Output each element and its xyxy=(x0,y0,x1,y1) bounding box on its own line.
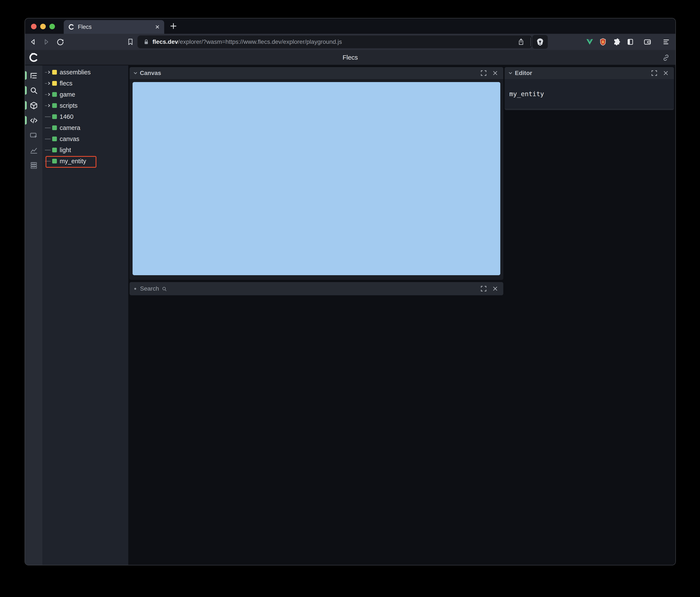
new-tab-button[interactable] xyxy=(168,21,179,31)
canvas-panel-header[interactable]: Canvas xyxy=(130,67,503,79)
tree-connector xyxy=(45,161,52,161)
zoom-window-button[interactable] xyxy=(49,24,55,29)
reload-icon[interactable] xyxy=(56,38,64,46)
tree-item[interactable]: light xyxy=(42,145,128,156)
expand-icon[interactable] xyxy=(45,94,52,96)
memory-icon[interactable] xyxy=(30,161,38,170)
fullscreen-icon[interactable] xyxy=(480,70,487,77)
expand-icon[interactable] xyxy=(45,82,52,84)
entity-color-square xyxy=(52,159,57,163)
brave-shield-button[interactable] xyxy=(532,35,548,49)
entity-color-square xyxy=(52,148,57,152)
active-indicator-canvas xyxy=(25,101,27,110)
tab-close-icon[interactable] xyxy=(155,24,160,29)
url-host: flecs.dev xyxy=(152,38,178,45)
app-header: Flecs xyxy=(25,50,675,66)
content: assemblies flecs game scripts xyxy=(25,66,675,565)
inspect-icon[interactable] xyxy=(30,131,38,139)
icon-rail xyxy=(25,66,42,565)
tree-item[interactable]: flecs xyxy=(42,78,128,89)
fullscreen-icon[interactable] xyxy=(480,285,487,292)
share-icon[interactable] xyxy=(518,38,525,46)
editor-code-text[interactable]: my_entity xyxy=(509,90,544,98)
tree-item-label[interactable]: canvas xyxy=(60,135,79,142)
tree-item-label[interactable]: scripts xyxy=(60,102,78,109)
tree-connector xyxy=(45,139,52,139)
tree-item-label[interactable]: game xyxy=(60,91,75,98)
tree-item-label[interactable]: light xyxy=(60,147,71,154)
search-icon xyxy=(161,286,167,292)
expand-icon[interactable] xyxy=(45,71,52,73)
forward-icon[interactable] xyxy=(42,38,50,46)
link-icon[interactable] xyxy=(662,53,670,62)
fullscreen-icon[interactable] xyxy=(651,70,658,77)
tab-title: Flecs xyxy=(78,24,155,30)
search-panel: Search xyxy=(130,282,503,295)
entity-color-square xyxy=(52,103,57,108)
close-icon[interactable] xyxy=(492,70,499,77)
close-icon[interactable] xyxy=(662,70,669,77)
editor-panel-header[interactable]: Editor xyxy=(505,67,674,79)
tree-connector xyxy=(45,116,52,117)
page-title: Flecs xyxy=(25,54,675,61)
browser-tab[interactable]: Flecs xyxy=(64,20,164,34)
url-bar[interactable]: flecs.dev/explorer/?wasm=https://www.fle… xyxy=(138,35,532,48)
bookmark-icon[interactable] xyxy=(127,38,134,46)
tab-bar: Flecs xyxy=(25,18,675,34)
lock-icon xyxy=(143,39,149,45)
tree-item-my-entity[interactable]: my_entity xyxy=(42,156,128,167)
query-search-icon[interactable] xyxy=(30,86,38,95)
canvas-panel-title: Canvas xyxy=(140,70,161,77)
expand-icon[interactable] xyxy=(45,104,52,107)
url-text: flecs.dev/explorer/?wasm=https://www.fle… xyxy=(152,38,342,45)
url-path: /explorer/?wasm=https://www.flecs.dev/ex… xyxy=(178,38,342,45)
brave-lion-icon xyxy=(536,37,544,46)
code-editor-icon[interactable] xyxy=(30,116,38,125)
tree-item[interactable]: canvas xyxy=(42,133,128,145)
canvas-panel-body xyxy=(130,79,503,280)
tree-connector xyxy=(45,150,52,150)
tree-item[interactable]: scripts xyxy=(42,100,128,111)
tree-item[interactable]: game xyxy=(42,89,128,100)
chevron-down-icon[interactable] xyxy=(134,71,137,74)
active-indicator-tree xyxy=(25,71,27,80)
entity-color-square xyxy=(52,70,57,75)
tree-item-label[interactable]: assemblies xyxy=(60,69,91,76)
close-icon[interactable] xyxy=(492,285,499,292)
flecs-explorer-page: Flecs xyxy=(25,50,675,565)
tree-item[interactable]: camera xyxy=(42,122,128,133)
tree-item-label[interactable]: camera xyxy=(60,124,80,131)
tree-item[interactable]: 1460 xyxy=(42,111,128,122)
close-window-button[interactable] xyxy=(31,24,36,29)
back-icon[interactable] xyxy=(29,38,37,46)
tree-connector xyxy=(45,128,52,128)
tree-item-label[interactable]: 1460 xyxy=(60,113,74,120)
entity-color-square xyxy=(52,114,57,119)
editor-content[interactable]: my_entity xyxy=(505,79,674,109)
wallet-icon[interactable] xyxy=(644,38,651,46)
collapsed-bullet-icon[interactable] xyxy=(134,288,136,290)
chevron-down-icon[interactable] xyxy=(509,71,512,74)
entity-tree-panel: assemblies flecs game scripts xyxy=(42,66,128,565)
toolbar-divider xyxy=(530,37,531,46)
menu-icon[interactable] xyxy=(662,38,670,46)
render-viewport[interactable] xyxy=(132,82,500,275)
canvas-cube-icon[interactable] xyxy=(30,102,38,110)
minimize-window-button[interactable] xyxy=(40,24,46,29)
traffic-lights xyxy=(31,24,55,29)
editor-panel: Editor my_entity xyxy=(505,67,674,110)
tree-item-label[interactable]: flecs xyxy=(60,80,73,87)
extensions-puzzle-icon[interactable] xyxy=(613,38,621,46)
tree-item[interactable]: assemblies xyxy=(42,67,128,78)
panel-area: Canvas xyxy=(128,66,675,565)
vue-devtools-icon[interactable] xyxy=(586,38,594,46)
sidebar-toggle-icon[interactable] xyxy=(626,38,634,46)
browser-window: Flecs flecs.dev/explorer/?wasm=https://w… xyxy=(25,18,676,565)
search-panel-header[interactable]: Search xyxy=(130,282,503,295)
tree-panel-icon[interactable] xyxy=(30,72,38,80)
tree-item-label[interactable]: my_entity xyxy=(60,158,86,165)
entity-color-square xyxy=(52,92,57,97)
entity-color-square xyxy=(52,136,57,141)
stats-chart-icon[interactable] xyxy=(30,146,38,155)
extension-shield-icon[interactable] xyxy=(599,38,607,46)
